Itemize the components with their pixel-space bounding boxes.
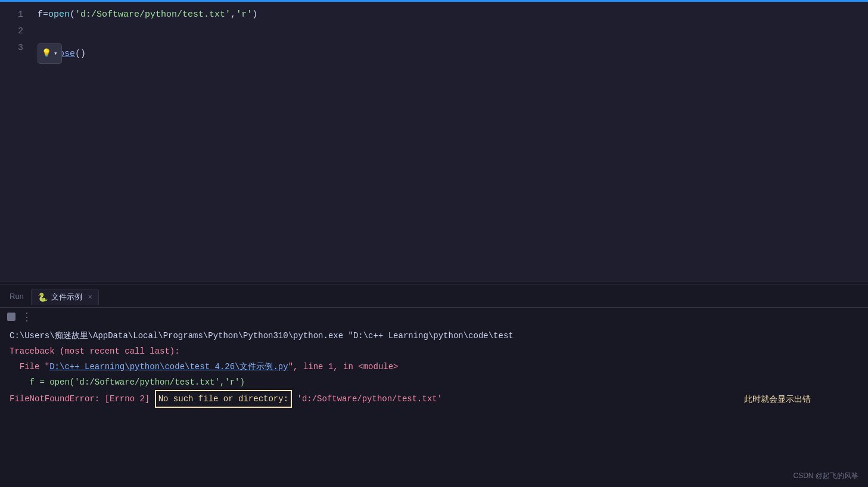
error-annotation: 此时就会显示出错 — [744, 391, 811, 407]
terminal-line-3: File "D:\c++ Learning\python\code\test 4… — [10, 359, 858, 374]
python-file-icon: 🐍 — [38, 292, 48, 302]
line-number-2: 2 — [0, 23, 23, 40]
terminal-line-2: Traceback (most recent call last): — [10, 344, 858, 359]
code-lines: f = open ( 'd:/Software/python/test.txt'… — [33, 2, 868, 282]
error-highlight: No such file or directory: — [155, 390, 292, 408]
code-token: f — [38, 7, 43, 23]
code-token: () — [75, 46, 86, 63]
tab-label: 文件示例 — [51, 292, 82, 302]
code-token: , — [231, 7, 236, 23]
stop-button[interactable] — [7, 313, 15, 321]
error-prefix: FileNotFoundError: [Errno 2] — [10, 391, 155, 407]
watermark: CSDN @起飞的风筝 — [793, 468, 858, 483]
terminal-panel: Run 🐍 文件示例 × ⋮ C:\Users\痴迷故里\AppData\Loc… — [0, 285, 868, 487]
lightbulb-icon: 💡 — [42, 45, 51, 62]
code-line-1: f = open ( 'd:/Software/python/test.txt'… — [38, 7, 868, 23]
code-token: ) — [252, 7, 257, 23]
more-menu-button[interactable]: ⋮ — [21, 310, 32, 323]
tab-item-wenjianshili[interactable]: 🐍 文件示例 × — [31, 289, 99, 305]
code-token: 'd:/Software/python/test.txt' — [75, 7, 231, 23]
code-token: ( — [70, 7, 75, 23]
code-editor: 1 2 3 f = open ( 'd:/Software/python/tes… — [0, 2, 868, 282]
code-token: 'r' — [236, 7, 252, 23]
lightbulb-widget[interactable]: 💡 ▾ — [38, 43, 62, 64]
code-token: open — [48, 7, 70, 23]
file-link[interactable]: D:\c++ Learning\python\code\test 4.26\文件… — [49, 362, 288, 372]
tab-bar: Run 🐍 文件示例 × — [0, 285, 868, 308]
terminal-line-5: FileNotFoundError: [Errno 2] No such fil… — [10, 390, 858, 408]
error-path: 'd:/Software/python/test.txt' — [292, 391, 442, 407]
chevron-down-icon: ▾ — [54, 45, 58, 62]
terminal-output: C:\Users\痴迷故里\AppData\Local\Programs\Pyt… — [0, 326, 868, 487]
line-number-3: 3 — [0, 40, 23, 57]
terminal-line-4: f = open('d:/Software/python/test.txt','… — [10, 374, 858, 390]
code-line-3: f. close () — [38, 46, 868, 63]
run-label: Run — [5, 289, 29, 303]
code-token: = — [43, 7, 48, 23]
code-line-2: 💡 ▾ — [38, 23, 868, 45]
line-numbers: 1 2 3 — [0, 2, 33, 282]
line-number-1: 1 — [0, 7, 23, 23]
tab-close-button[interactable]: × — [88, 293, 92, 301]
terminal-line-1: C:\Users\痴迷故里\AppData\Local\Programs\Pyt… — [10, 328, 858, 344]
terminal-toolbar: ⋮ — [0, 308, 868, 326]
